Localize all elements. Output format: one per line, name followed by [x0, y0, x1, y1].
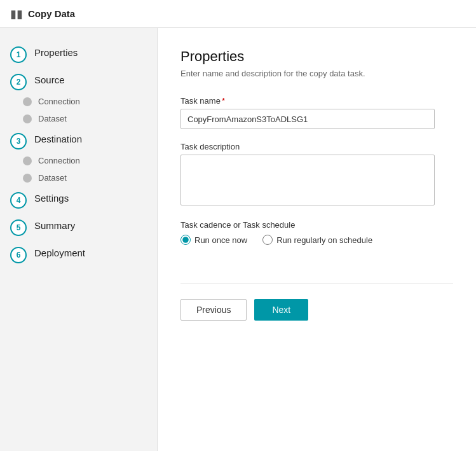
required-indicator: * — [222, 96, 225, 106]
source-dataset-label: Dataset — [38, 114, 67, 123]
copy-data-icon: ▮▮ — [10, 7, 23, 21]
sidebar-item-destination[interactable]: 3 Destination — [0, 127, 157, 155]
sub-dot — [23, 174, 32, 183]
sidebar-item-properties[interactable]: 1 Properties — [0, 41, 157, 68]
run-once-radio[interactable] — [180, 235, 191, 245]
task-description-group: Task description — [180, 142, 453, 207]
sidebar-item-settings[interactable]: 4 Settings — [0, 186, 157, 214]
main-layout: 1 Properties 2 Source Connection Dataset… — [0, 28, 476, 451]
footer: Previous Next — [180, 283, 453, 321]
previous-button[interactable]: Previous — [180, 299, 247, 321]
destination-connection-label: Connection — [38, 156, 80, 165]
sidebar-label-source: Source — [34, 73, 65, 85]
destination-dataset-item[interactable]: Dataset — [23, 169, 157, 186]
sub-dot — [23, 97, 32, 106]
destination-connection-item[interactable]: Connection — [23, 152, 157, 169]
topbar: ▮▮ Copy Data — [0, 0, 476, 28]
destination-dataset-label: Dataset — [38, 173, 67, 183]
sub-dot — [23, 114, 32, 123]
task-description-input[interactable] — [180, 155, 435, 205]
content-area: Properties Enter name and description fo… — [158, 28, 476, 451]
step-circle-4: 4 — [10, 192, 27, 209]
source-sub-items: Connection Dataset — [0, 93, 157, 127]
run-once-option[interactable]: Run once now — [180, 235, 247, 245]
run-schedule-radio[interactable] — [262, 235, 273, 245]
destination-sub-items: Connection Dataset — [0, 152, 157, 186]
step-circle-5: 5 — [10, 219, 27, 236]
sidebar-item-summary[interactable]: 5 Summary — [0, 214, 157, 241]
sidebar-item-deployment[interactable]: 6 Deployment — [0, 241, 157, 268]
step-circle-2: 2 — [10, 74, 27, 90]
run-schedule-option[interactable]: Run regularly on schedule — [262, 235, 372, 245]
task-description-label: Task description — [180, 142, 453, 151]
cadence-label: Task cadence or Task schedule — [180, 220, 453, 230]
sidebar-label-settings: Settings — [34, 191, 69, 204]
page-subtitle: Enter name and description for the copy … — [180, 69, 453, 78]
step-circle-6: 6 — [10, 247, 27, 263]
sub-dot — [23, 156, 32, 165]
step-circle-1: 1 — [10, 46, 27, 63]
source-connection-item[interactable]: Connection — [23, 93, 157, 110]
task-name-label: Task name* — [180, 96, 453, 106]
sidebar-label-summary: Summary — [34, 219, 75, 231]
radio-group: Run once now Run regularly on schedule — [180, 235, 453, 245]
topbar-title: Copy Data — [28, 8, 75, 19]
source-connection-label: Connection — [38, 97, 80, 106]
next-button[interactable]: Next — [254, 299, 308, 321]
task-name-input[interactable] — [180, 109, 435, 129]
sidebar-label-properties: Properties — [34, 46, 78, 58]
sidebar-item-source[interactable]: 2 Source — [0, 68, 157, 95]
task-name-group: Task name* — [180, 96, 453, 129]
sidebar-label-destination: Destination — [34, 132, 82, 144]
sidebar-label-deployment: Deployment — [34, 246, 85, 258]
task-cadence-group: Task cadence or Task schedule Run once n… — [180, 220, 453, 245]
run-once-label: Run once now — [194, 235, 247, 245]
source-dataset-item[interactable]: Dataset — [23, 110, 157, 127]
run-schedule-label: Run regularly on schedule — [276, 235, 372, 245]
page-title: Properties — [180, 48, 453, 65]
sidebar: 1 Properties 2 Source Connection Dataset… — [0, 28, 158, 451]
step-circle-3: 3 — [10, 133, 27, 149]
